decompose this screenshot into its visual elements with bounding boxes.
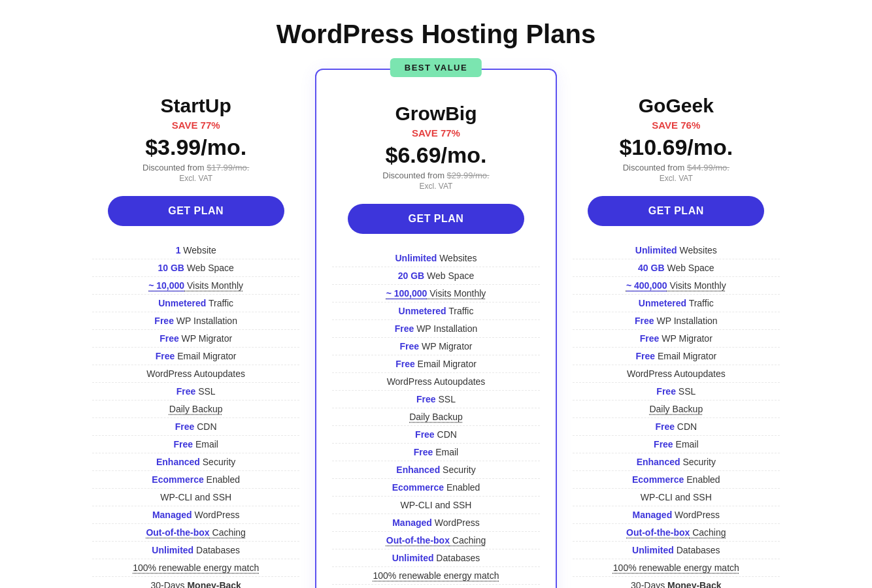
feature-item: Free SSL [573, 383, 780, 400]
feature-item: WordPress Autoupdates [332, 373, 539, 391]
feature-item: Unlimited Databases [332, 549, 539, 567]
plan-name: StartUp [92, 95, 299, 117]
plan-price: $6.69/mo. [332, 142, 539, 168]
feature-item: Unmetered Traffic [573, 295, 780, 312]
feature-item: Free WP Installation [573, 312, 780, 330]
feature-item: ~ 400,000 Visits Monthly [573, 277, 780, 295]
feature-item: WordPress Autoupdates [92, 365, 299, 383]
feature-item: 100% renewable energy match [332, 567, 539, 585]
feature-item: Ecommerce Enabled [332, 479, 539, 497]
get-plan-button[interactable]: GET PLAN [348, 204, 524, 234]
save-badge: SAVE 76% [573, 120, 780, 131]
plan-name: GoGeek [573, 95, 780, 117]
feature-item: WordPress Autoupdates [573, 365, 780, 383]
plan-name: GrowBig [332, 103, 539, 125]
feature-item: Free Email [332, 444, 539, 461]
feature-item: 1 Website [92, 242, 299, 259]
feature-item: Free WP Installation [92, 312, 299, 330]
feature-item: Free WP Installation [332, 320, 539, 338]
feature-item: Free WP Migrator [573, 330, 780, 348]
excl-vat: Excl. VAT [332, 182, 539, 191]
feature-item: Free WP Migrator [332, 338, 539, 355]
feature-item: Ecommerce Enabled [573, 471, 780, 489]
feature-item: Managed WordPress [92, 506, 299, 524]
feature-item: Unlimited Databases [573, 542, 780, 559]
feature-item: 30-Days Money-Back [332, 585, 539, 588]
page-title: WordPress Hosting Plans [277, 20, 595, 49]
feature-item: Free WP Migrator [92, 330, 299, 348]
feature-item: Free Email Migrator [573, 348, 780, 365]
feature-item: WP-CLI and SSH [92, 489, 299, 506]
save-badge: SAVE 77% [92, 120, 299, 131]
features-list: Unlimited Websites40 GB Web Space~ 400,0… [573, 242, 780, 588]
features-list: Unlimited Websites20 GB Web Space~ 100,0… [332, 250, 539, 588]
features-list: 1 Website10 GB Web Space~ 10,000 Visits … [92, 242, 299, 588]
feature-item: 100% renewable energy match [573, 559, 780, 577]
feature-item: Daily Backup [92, 400, 299, 418]
discounted-from: Discounted from $44.99/mo. [573, 163, 780, 172]
best-value-badge: BEST VALUE [390, 58, 482, 77]
feature-item: Free SSL [332, 391, 539, 408]
feature-item: Free CDN [573, 418, 780, 436]
feature-item: Unmetered Traffic [92, 295, 299, 312]
feature-item: 20 GB Web Space [332, 267, 539, 285]
plan-card-startup: StartUp SAVE 77% $3.99/mo. Discounted fr… [76, 75, 315, 588]
feature-item: Ecommerce Enabled [92, 471, 299, 489]
feature-item: WP-CLI and SSH [573, 489, 780, 506]
feature-item: Enhanced Security [92, 453, 299, 471]
plan-price: $3.99/mo. [92, 135, 299, 160]
feature-item: 100% renewable energy match [92, 559, 299, 577]
discounted-from: Discounted from $17.99/mo. [92, 163, 299, 172]
feature-item: Enhanced Security [332, 461, 539, 479]
feature-item: Free Email Migrator [92, 348, 299, 365]
feature-item: Out-of-the-box Caching [92, 524, 299, 542]
plan-price: $10.69/mo. [573, 135, 780, 160]
feature-item: Managed WordPress [573, 506, 780, 524]
feature-item: Unlimited Databases [92, 542, 299, 559]
feature-item: 10 GB Web Space [92, 259, 299, 277]
get-plan-button[interactable]: GET PLAN [588, 196, 764, 226]
feature-item: Free Email [92, 436, 299, 453]
feature-item: Free SSL [92, 383, 299, 400]
feature-item: Free Email [573, 436, 780, 453]
plan-card-gogeek: GoGeek SAVE 76% $10.69/mo. Discounted fr… [557, 75, 796, 588]
feature-item: Out-of-the-box Caching [332, 532, 539, 549]
feature-item: ~ 10,000 Visits Monthly [92, 277, 299, 295]
feature-item: Free Email Migrator [332, 355, 539, 373]
feature-item: WP-CLI and SSH [332, 497, 539, 514]
feature-item: Enhanced Security [573, 453, 780, 471]
plan-card-growbig: BEST VALUE GrowBig SAVE 77% $6.69/mo. Di… [315, 69, 556, 588]
feature-item: Unmetered Traffic [332, 302, 539, 320]
excl-vat: Excl. VAT [92, 174, 299, 183]
feature-item: Unlimited Websites [332, 250, 539, 267]
feature-item: Unlimited Websites [573, 242, 780, 259]
excl-vat: Excl. VAT [573, 174, 780, 183]
plans-container: StartUp SAVE 77% $3.99/mo. Discounted fr… [76, 75, 796, 588]
feature-item: Daily Backup [573, 400, 780, 418]
feature-item: Out-of-the-box Caching [573, 524, 780, 542]
feature-item: Free CDN [92, 418, 299, 436]
feature-item: ~ 100,000 Visits Monthly [332, 285, 539, 302]
save-badge: SAVE 77% [332, 127, 539, 139]
get-plan-button[interactable]: GET PLAN [108, 196, 284, 226]
feature-item: Daily Backup [332, 408, 539, 426]
feature-item: Managed WordPress [332, 514, 539, 532]
feature-item: 40 GB Web Space [573, 259, 780, 277]
feature-item: Free CDN [332, 426, 539, 444]
feature-item: 30-Days Money-Back [92, 577, 299, 588]
discounted-from: Discounted from $29.99/mo. [332, 171, 539, 180]
feature-item: 30-Days Money-Back [573, 577, 780, 588]
